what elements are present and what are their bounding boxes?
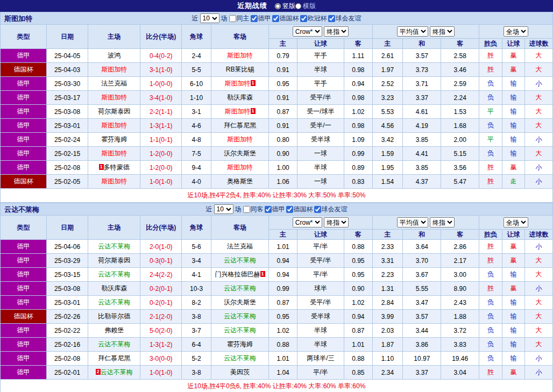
filter-checkbox-input[interactable]	[328, 15, 335, 22]
goals-result-cell: 大	[525, 324, 553, 338]
filter-checkbox-同客[interactable]: 同客	[243, 205, 264, 214]
score-cell: 3-1(1-0)	[140, 63, 182, 77]
corners-cell: 8-2	[182, 296, 211, 310]
match-row: 德甲25-03-08勒沃库森0-2(0-1)10-3云达不莱梅0.99球半0.9…	[1, 282, 553, 296]
winlose-result-cell: 负	[479, 338, 502, 352]
match-count-select[interactable]: 10	[214, 204, 233, 214]
odds-away-cell: 1.11	[344, 49, 373, 63]
subcol-avg-home: 主	[372, 230, 403, 240]
handicap-cell: 半球	[297, 338, 344, 352]
filter-prefix-label: 近	[192, 14, 198, 23]
winlose-result-cell: 负	[479, 77, 502, 91]
avg-away-cell: 19.46	[441, 352, 479, 366]
handicap-cell: 平/半	[297, 268, 344, 282]
away-team-cell: 沃尔夫斯堡	[211, 296, 268, 310]
avg-away-cell: 8.90	[441, 282, 479, 296]
odds-away-cell: 0.94	[344, 310, 373, 324]
team-name-text: 勒沃库森	[101, 284, 127, 292]
corners-cell: 4-6	[182, 119, 211, 133]
score-cell: 1-0(1-0)	[140, 175, 182, 189]
odds-home-cell: 0.94	[269, 254, 297, 268]
home-team-cell: 斯图加特	[88, 91, 140, 105]
team-name-text: 斯图加特	[227, 52, 253, 59]
team-name-text: 拜仁慕尼黑	[224, 122, 256, 129]
layout-radio-horizontal[interactable]: 横版	[295, 2, 316, 11]
score-cell: 5-0(2-0)	[140, 324, 182, 338]
layout-radio-input[interactable]	[295, 3, 301, 9]
odds-home-cell: 0.91	[269, 63, 297, 77]
bookmaker-stage-select[interactable]: 终指	[324, 26, 349, 37]
league-cell: 德国杯	[1, 175, 47, 189]
fulltime-select[interactable]: 全场	[504, 26, 528, 37]
winlose-result-cell: 负	[479, 310, 502, 324]
away-team-cell: 云达不莱梅	[211, 310, 268, 324]
layout-radio-input[interactable]	[275, 3, 281, 9]
corners-cell: 3-1	[182, 105, 211, 119]
filter-checkbox-球会友谊[interactable]: 球会友谊	[328, 14, 361, 23]
team-name-text: 斯图加特	[227, 163, 253, 171]
filter-checkbox-德国杯[interactable]: 德国杯	[272, 14, 299, 23]
bookmaker-select[interactable]: Crow*	[293, 26, 322, 37]
handicap-result-cell: 赢	[502, 240, 525, 254]
winlose-result-cell: 负	[479, 324, 502, 338]
match-row: 德甲25-03-08荷尔斯泰因2-2(1-1)3-1斯图加特10.87受一/球半…	[1, 105, 553, 119]
filter-checkbox-德国杯[interactable]: 德国杯	[286, 205, 313, 214]
layout-radio-vertical[interactable]: 竖版	[275, 2, 295, 11]
odds-home-cell: 0.95	[269, 310, 297, 324]
filter-checkbox-input[interactable]	[300, 15, 307, 22]
avg-home-cell: 1.54	[372, 175, 403, 189]
handicap-result-cell: 输	[502, 147, 525, 161]
filter-checkbox-德甲[interactable]: 德甲	[251, 14, 271, 23]
odds-away-cell: 1.09	[344, 133, 373, 147]
page-title: 近期战绩	[237, 1, 267, 11]
avg-draw-cell: 5.55	[403, 282, 441, 296]
average-select[interactable]: 平均值	[397, 217, 428, 227]
avg-home-cell: 2.52	[372, 77, 403, 91]
league-cell: 德甲	[1, 119, 47, 133]
subcol-handicap: 让球	[297, 39, 344, 49]
handicap-cell: 半球	[297, 324, 344, 338]
fulltime-result-group: 全场	[479, 25, 553, 39]
filter-checkbox-欧冠杯[interactable]: 欧冠杯	[300, 14, 327, 23]
away-team-cell: 斯图加特1	[211, 105, 268, 119]
average-select[interactable]: 平均值	[397, 26, 428, 37]
average-stage-select[interactable]: 终指	[430, 217, 455, 227]
odds-away-cell: 0.83	[344, 175, 373, 189]
subcol-handicap-result: 让球	[502, 230, 525, 240]
bookmaker-select[interactable]: Crow*	[293, 217, 322, 227]
matches-body: 德甲25-04-06云达不莱梅2-0(1-0)5-6法兰克福1.01平/半0.8…	[1, 240, 553, 380]
filter-checkbox-球会友谊[interactable]: 球会友谊	[314, 205, 348, 214]
match-row: 德甲25-03-01斯图加特1-3(1-1)4-6拜仁慕尼黑0.91受半/一0.…	[1, 119, 553, 133]
filter-checkbox-input[interactable]	[314, 206, 321, 213]
home-team-cell: 斯图加特	[88, 119, 140, 133]
subcol-avg-draw: 和	[403, 39, 441, 49]
handicap-result-cell: 输	[502, 338, 525, 352]
avg-away-cell: 2.17	[441, 254, 479, 268]
filter-checkbox-input[interactable]	[272, 15, 279, 22]
fulltime-select[interactable]: 全场	[504, 217, 528, 227]
away-team-cell: 沃尔夫斯堡	[211, 147, 268, 161]
home-team-cell: 云达不莱梅	[88, 338, 140, 352]
match-count-select[interactable]: 10	[200, 13, 219, 23]
filter-checkbox-input[interactable]	[243, 206, 250, 213]
winlose-result-cell: 平	[479, 105, 502, 119]
filter-checkbox-input[interactable]	[251, 15, 258, 22]
filter-checkbox-input[interactable]	[229, 15, 236, 22]
filter-checkbox-input[interactable]	[286, 206, 293, 213]
league-cell: 德甲	[1, 338, 47, 352]
bookmaker-stage-select[interactable]: 终指	[324, 217, 349, 227]
filter-checkbox-input[interactable]	[265, 206, 272, 213]
goals-result-cell: 大	[525, 49, 553, 63]
table-foot: 近10场,胜4平0负6, 胜率:40% 让胜率:40% 大率:60% 单率:60…	[1, 380, 553, 392]
date-cell: 25-03-08	[47, 105, 88, 119]
handicap-cell: 球半	[297, 282, 344, 296]
avg-home-cell: 2.61	[372, 49, 403, 63]
team-name-text: 门兴格拉德巴赫	[215, 270, 260, 278]
filter-checkbox-德甲[interactable]: 德甲	[265, 205, 285, 214]
goals-result-cell: 小	[525, 161, 553, 175]
filter-checkbox-同主[interactable]: 同主	[229, 14, 250, 23]
average-stage-select[interactable]: 终指	[430, 26, 455, 37]
filter-checkbox-group: 同主德甲德国杯欧冠杯球会友谊	[229, 14, 361, 23]
avg-home-cell: 3.42	[372, 133, 403, 147]
avg-home-cell: 3.23	[372, 91, 403, 105]
